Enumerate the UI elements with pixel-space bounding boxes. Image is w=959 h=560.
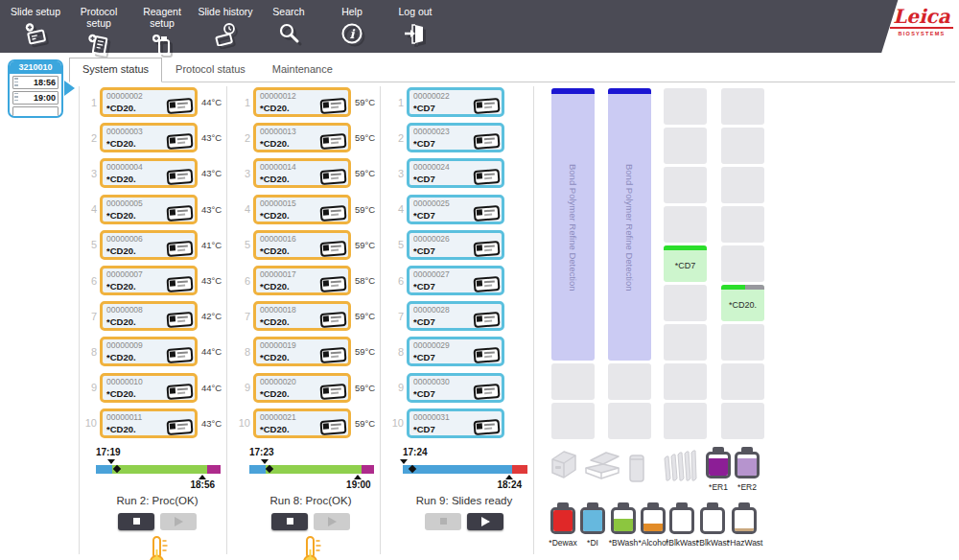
slide-item[interactable]: 00000008*CD20. bbox=[100, 301, 198, 331]
slide-row: 400000015*CD20.59°C bbox=[238, 192, 384, 227]
slide-item[interactable]: 00000007*CD20. bbox=[100, 266, 198, 295]
slide-setup-icon bbox=[23, 21, 48, 46]
slide-label-icon bbox=[320, 419, 347, 435]
nav-slide-setup[interactable]: Slide setup bbox=[4, 0, 67, 58]
slide-item[interactable]: 00000017*CD20. bbox=[253, 266, 351, 295]
slide-position-number: 4 bbox=[238, 203, 250, 215]
supply-bottle-hazwast[interactable] bbox=[732, 502, 757, 534]
slide-item[interactable]: 00000027*CD7 bbox=[407, 266, 504, 295]
nav-search[interactable]: Search bbox=[257, 0, 320, 58]
supply-bottle-er1[interactable] bbox=[706, 447, 731, 478]
slide-marker-name: *CD20. bbox=[106, 388, 136, 399]
nav-reagent-setup[interactable]: Reagent setup bbox=[130, 0, 194, 58]
slide-item[interactable]: 00000019*CD20. bbox=[253, 337, 351, 366]
pod-slot[interactable] bbox=[12, 106, 58, 118]
slide-item[interactable]: 00000015*CD20. bbox=[253, 195, 351, 224]
supply-bottle-dewax[interactable] bbox=[550, 502, 575, 534]
stop-button[interactable] bbox=[118, 513, 154, 530]
bottle-body-icon bbox=[580, 507, 605, 534]
tab-system-status[interactable]: System status bbox=[69, 58, 162, 82]
slide-id: 00000028 bbox=[413, 305, 450, 315]
slide-item[interactable]: 00000009*CD20. bbox=[100, 337, 198, 366]
slide-marker-name: *CD7 bbox=[413, 424, 435, 434]
empty-reagent-slot bbox=[721, 206, 764, 243]
slide-item[interactable]: 00000004*CD20. bbox=[100, 158, 198, 188]
nav-help[interactable]: Helpi bbox=[320, 0, 384, 58]
pod-slots: 18:5619:00 bbox=[10, 76, 61, 118]
slide-position-number: 10 bbox=[84, 417, 97, 429]
slide-row: 800000009*CD20.44°C bbox=[84, 334, 230, 369]
supply-bottle-blkwast[interactable] bbox=[700, 502, 725, 534]
supply-bottle-er2[interactable] bbox=[735, 447, 760, 478]
tab-maintenance[interactable]: Maintenance bbox=[259, 58, 346, 82]
slide-item[interactable]: 00000016*CD20. bbox=[253, 230, 351, 260]
slide-position-number: 10 bbox=[391, 417, 404, 429]
slide-id: 00000004 bbox=[106, 162, 143, 172]
slide-item[interactable]: 00000029*CD7 bbox=[407, 337, 504, 366]
bottle-body-icon bbox=[732, 507, 757, 534]
play-button[interactable] bbox=[467, 513, 503, 530]
slide-tray-1: 100000002*CD20.44°C200000003*CD20.43°C30… bbox=[84, 84, 230, 560]
nav-slide-history[interactable]: Slide history bbox=[194, 0, 257, 58]
svg-text:i: i bbox=[350, 27, 356, 41]
slide-marker-name: *CD20. bbox=[260, 424, 290, 434]
pod-slot[interactable]: 18:56 bbox=[12, 76, 58, 89]
slide-item[interactable]: 00000014*CD20. bbox=[253, 158, 351, 188]
slide-item[interactable]: 00000023*CD7 bbox=[407, 123, 504, 152]
slide-item[interactable]: 00000005*CD20. bbox=[100, 195, 198, 224]
detection-rack[interactable]: Bond Polymer Refine Detection bbox=[608, 88, 651, 361]
slide-item[interactable]: 00000022*CD7 bbox=[407, 87, 504, 117]
progress-start-time: 17:19 bbox=[96, 447, 121, 457]
slide-history-icon bbox=[213, 21, 238, 46]
empty-reagent-slot bbox=[664, 206, 707, 243]
supply-label: *ER2 bbox=[730, 482, 764, 492]
slide-row: 1000000021*CD20.59°C bbox=[238, 406, 384, 441]
slide-item[interactable]: 00000024*CD7 bbox=[407, 158, 504, 188]
nav-log-out[interactable]: Log out bbox=[384, 0, 447, 58]
slide-label-icon bbox=[474, 419, 501, 435]
slide-row: 900000020*CD20.59°C bbox=[238, 370, 384, 406]
slide-item[interactable]: 00000011*CD20. bbox=[100, 408, 198, 438]
supply-bottle-alcohol[interactable] bbox=[641, 502, 666, 534]
run-controls bbox=[391, 513, 537, 530]
slide-item[interactable]: 00000010*CD20. bbox=[100, 373, 198, 403]
slide-marker-name: *CD7 bbox=[413, 281, 435, 292]
pod-slot[interactable]: 19:00 bbox=[12, 91, 58, 105]
status-tabs: System statusProtocol statusMaintenance bbox=[69, 58, 346, 82]
supply-bottle-bwash[interactable] bbox=[611, 502, 636, 534]
slide-item[interactable]: 00000026*CD7 bbox=[407, 230, 504, 260]
reagent-container[interactable]: *CD20. bbox=[721, 285, 764, 321]
stop-button[interactable] bbox=[271, 513, 308, 530]
supply-bottle-di[interactable] bbox=[580, 502, 605, 534]
slide-marker-name: *CD20. bbox=[106, 210, 136, 221]
slide-item[interactable]: 00000031*CD7 bbox=[407, 408, 504, 438]
slide-item[interactable]: 00000006*CD20. bbox=[100, 230, 198, 260]
slide-marker-name: *CD20. bbox=[106, 424, 136, 434]
slide-item[interactable]: 00000012*CD20. bbox=[253, 87, 351, 117]
tab-protocol-status[interactable]: Protocol status bbox=[162, 58, 259, 82]
slide-temperature: 59°C bbox=[355, 132, 375, 143]
slide-position-number: 6 bbox=[84, 275, 97, 287]
slide-item[interactable]: 00000020*CD20. bbox=[253, 373, 351, 403]
pod-status-box[interactable]: 3210010 18:5619:00 bbox=[8, 59, 63, 118]
detection-rack[interactable]: Bond Polymer Refine Detection bbox=[551, 88, 595, 361]
supply-bottle-blkwast[interactable] bbox=[669, 502, 694, 534]
empty-reagent-slot bbox=[721, 245, 764, 282]
slide-item[interactable]: 00000021*CD20. bbox=[253, 408, 351, 438]
temperature-indicator-icon bbox=[84, 535, 230, 560]
slide-item[interactable]: 00000028*CD7 bbox=[407, 301, 504, 331]
logout-icon bbox=[403, 21, 428, 46]
main-toolbar: Slide setupProtocol setupReagent setupSl… bbox=[0, 0, 959, 53]
slide-item[interactable]: 00000025*CD7 bbox=[407, 195, 504, 224]
nav-protocol-setup[interactable]: Protocol setup bbox=[67, 0, 130, 58]
progress-segment bbox=[403, 465, 512, 474]
slide-item[interactable]: 00000030*CD7 bbox=[407, 373, 504, 403]
slide-marker-name: *CD20. bbox=[260, 352, 290, 362]
reagent-container[interactable]: *CD7 bbox=[664, 245, 707, 282]
slide-item[interactable]: 00000003*CD20. bbox=[100, 123, 198, 152]
slide-item[interactable]: 00000018*CD20. bbox=[253, 301, 351, 331]
slide-item[interactable]: 00000002*CD20. bbox=[100, 87, 198, 117]
slide-item[interactable]: 00000013*CD20. bbox=[253, 123, 351, 152]
toolbar-nav: Slide setupProtocol setupReagent setupSl… bbox=[4, 0, 447, 58]
slide-label-icon bbox=[474, 276, 501, 292]
